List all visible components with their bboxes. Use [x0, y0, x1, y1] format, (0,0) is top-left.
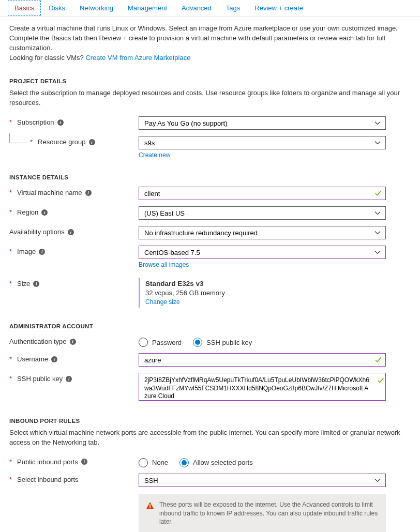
ports-none-label: None [152, 459, 168, 466]
resource-group-label: Resource group [38, 138, 86, 146]
info-icon[interactable]: i [39, 249, 45, 255]
inbound-ports-header: INBOUND PORT RULES [9, 418, 411, 424]
info-icon[interactable]: i [41, 209, 48, 216]
size-desc: 32 vcpus, 256 GB memory [145, 289, 386, 297]
auth-password-label: Password [152, 339, 182, 346]
image-select[interactable]: CentOS-based 7.5 [139, 246, 386, 259]
select-ports-select[interactable]: SSH [139, 474, 386, 487]
availability-label: Availability options [9, 228, 65, 236]
subscription-label: Subscription [17, 118, 54, 126]
info-icon[interactable]: i [81, 459, 87, 465]
resource-group-select[interactable]: s9s [139, 136, 386, 149]
auth-ssh-label: SSH public key [206, 339, 252, 346]
tab-advanced[interactable]: Advanced [174, 0, 219, 16]
subscription-select[interactable]: Pay As You Go (no support) [139, 116, 386, 130]
auth-type-label: Authentication type [9, 338, 67, 345]
region-select[interactable]: (US) East US [139, 206, 386, 220]
auth-password-radio[interactable]: Password [139, 338, 182, 347]
port-warning: These ports will be exposed to the inter… [139, 494, 386, 532]
browse-images-link[interactable]: Browse all images [139, 261, 189, 268]
create-new-link[interactable]: Create new [139, 151, 170, 159]
instance-details-header: INSTANCE DETAILS [9, 174, 411, 180]
ssh-key-textarea[interactable] [139, 373, 386, 401]
size-block: Standard E32s v3 32 vcpus, 256 GB memory… [139, 278, 386, 308]
tab-networking[interactable]: Networking [72, 0, 121, 16]
info-icon[interactable]: i [33, 281, 39, 287]
tab-disks[interactable]: Disks [41, 0, 72, 16]
port-warning-text: These ports will be exposed to the inter… [159, 500, 379, 526]
info-icon[interactable]: i [57, 119, 64, 126]
size-name: Standard E32s v3 [145, 280, 386, 287]
public-ports-label: Public inbound ports [17, 458, 78, 466]
availability-select[interactable]: No infrastructure redundancy required [139, 226, 386, 239]
tab-management[interactable]: Management [121, 0, 174, 16]
tab-review[interactable]: Review + create [247, 0, 310, 16]
auth-ssh-radio[interactable]: SSH public key [193, 338, 252, 347]
info-icon[interactable]: i [51, 356, 57, 362]
svg-rect-0 [149, 504, 151, 507]
project-details-desc: Select the subscription to manage deploy… [9, 88, 411, 108]
intro-line1: Create a virtual machine that runs Linux… [9, 24, 411, 34]
admin-account-header: ADMINISTRATOR ACCOUNT [9, 323, 411, 329]
warning-icon [146, 500, 154, 510]
username-input[interactable] [139, 353, 386, 367]
intro-text: Create a virtual machine that runs Linux… [9, 24, 411, 63]
info-icon[interactable]: i [66, 376, 72, 382]
tab-basics[interactable]: Basics [7, 0, 41, 16]
ports-allow-label: Allow selected ports [193, 459, 253, 466]
svg-rect-1 [149, 507, 151, 508]
vm-name-label: Virtual machine name [17, 189, 82, 196]
size-label: Size [17, 280, 30, 287]
ports-none-radio[interactable]: None [139, 458, 168, 467]
change-size-link[interactable]: Change size [145, 298, 180, 306]
info-icon[interactable]: i [89, 139, 95, 145]
region-label: Region [17, 208, 38, 216]
intro-line3: Looking for classic VMs? Create VM from … [9, 53, 411, 63]
intro-line2: Complete the Basics tab then Review + cr… [9, 34, 411, 53]
image-label: Image [17, 248, 36, 255]
classic-vm-link[interactable]: Create VM from Azure Marketplace [85, 54, 190, 62]
tab-bar: Basics Disks Networking Management Advan… [0, 0, 420, 17]
tab-tags[interactable]: Tags [219, 0, 247, 16]
vm-name-input[interactable] [139, 187, 386, 200]
inbound-ports-desc: Select which virtual machine network por… [9, 428, 411, 448]
ssh-key-label: SSH public key [17, 375, 63, 383]
info-icon[interactable]: i [70, 339, 76, 345]
info-icon[interactable]: i [85, 190, 92, 196]
username-label: Username [17, 355, 48, 363]
ports-allow-radio[interactable]: Allow selected ports [179, 458, 253, 467]
select-ports-label: Select inbound ports [17, 476, 79, 483]
info-icon[interactable]: i [68, 229, 74, 235]
project-details-header: PROJECT DETAILS [9, 78, 411, 84]
